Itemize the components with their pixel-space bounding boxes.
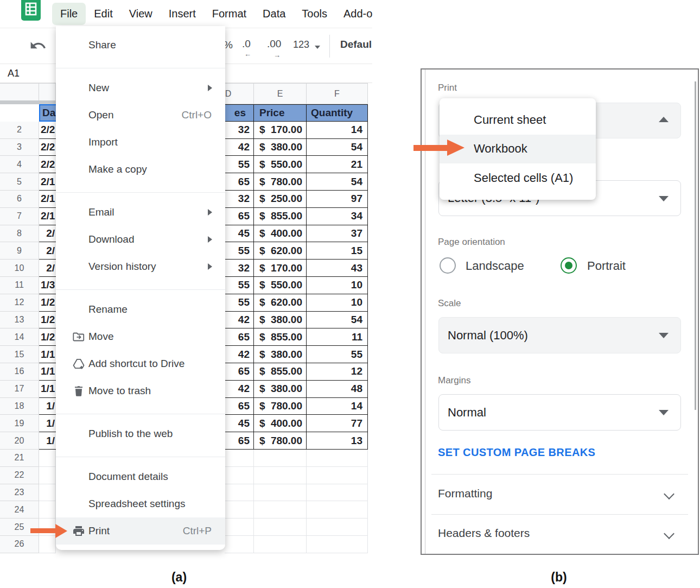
row-header[interactable]: 16	[0, 363, 39, 381]
menubar-item-tools[interactable]: Tools	[294, 3, 335, 25]
cell-quantity[interactable]: 77	[307, 415, 368, 432]
print-scope-option-current-sheet[interactable]: Current sheet	[440, 105, 596, 135]
collapse-icon[interactable]	[659, 117, 669, 122]
empty-cell[interactable]	[254, 501, 307, 519]
font-selector[interactable]: Defaul	[340, 39, 372, 50]
row-header[interactable]: 24	[0, 501, 39, 519]
empty-cell[interactable]	[307, 519, 368, 536]
row-header[interactable]: 20	[0, 432, 39, 450]
menubar-item-add-ons[interactable]: Add-ons	[335, 3, 372, 25]
cell-price[interactable]: $780.00	[254, 173, 307, 191]
cell-price[interactable]: $250.00	[254, 191, 307, 208]
row-header[interactable]: 2	[0, 122, 39, 139]
row-header[interactable]: 8	[0, 225, 39, 243]
empty-cell[interactable]	[307, 536, 368, 553]
cell-price[interactable]: $380.00	[254, 346, 307, 363]
cell-quantity[interactable]: 37	[307, 225, 368, 243]
cell-quantity[interactable]: 48	[307, 381, 368, 398]
empty-cell[interactable]	[39, 519, 56, 536]
set-custom-page-breaks-link[interactable]: SET CUSTOM PAGE BREAKS	[438, 446, 595, 459]
row-header[interactable]: 18	[0, 398, 39, 415]
file-menu-item-spreadsheet-settings[interactable]: Spreadsheet settings	[56, 490, 225, 517]
cell-date[interactable]: 2/1	[39, 191, 56, 208]
cell-quantity[interactable]: 15	[307, 242, 368, 260]
cell-price[interactable]: $780.00	[254, 432, 307, 450]
file-menu-item-move-to-trash[interactable]: Move to trash	[56, 377, 225, 404]
cell-quantity[interactable]: 97	[307, 191, 368, 208]
empty-cell[interactable]	[225, 536, 254, 553]
column-header-f[interactable]: F	[307, 83, 368, 104]
menubar-item-format[interactable]: Format	[204, 3, 254, 25]
cell-date[interactable]: 1/2	[39, 328, 56, 346]
empty-cell[interactable]	[254, 536, 307, 553]
row-header[interactable]: 22	[0, 467, 39, 484]
menubar-item-insert[interactable]: Insert	[161, 3, 204, 25]
sheets-logo-icon[interactable]	[20, 0, 42, 22]
margins-select[interactable]: Normal	[438, 394, 681, 431]
cell-price[interactable]: $380.00	[254, 312, 307, 329]
cell-price[interactable]: $855.00	[254, 208, 307, 225]
empty-cell[interactable]	[254, 519, 307, 536]
scale-select[interactable]: Normal (100%)	[438, 317, 681, 353]
row-header[interactable]: 3	[0, 139, 39, 156]
section-header-headers-footers[interactable]: Headers & footers	[438, 527, 530, 540]
cell-quantity[interactable]: 34	[307, 208, 368, 225]
row-header[interactable]: 10	[0, 260, 39, 277]
cell-price[interactable]: $780.00	[254, 398, 307, 415]
cell-price[interactable]: $380.00	[254, 139, 307, 156]
row-header[interactable]: 6	[0, 191, 39, 208]
cell-price[interactable]: $855.00	[254, 328, 307, 346]
increase-decimal-button[interactable]: .00	[267, 38, 281, 50]
file-menu-item-add-shortcut-to-drive[interactable]: Add shortcut to Drive	[56, 350, 225, 377]
file-menu-item-print[interactable]: PrintCtrl+P	[56, 517, 225, 545]
file-menu-item-open[interactable]: OpenCtrl+O	[56, 102, 225, 129]
cell-price[interactable]: $550.00	[254, 156, 307, 173]
cell-date[interactable]: 1/2	[39, 294, 56, 312]
cell-quantity[interactable]: 11	[307, 328, 368, 346]
empty-cell[interactable]	[39, 484, 56, 502]
column-header-e[interactable]: E	[254, 83, 307, 104]
cell-date[interactable]: 1/1	[39, 363, 56, 381]
cell-date[interactable]: 2/	[39, 260, 56, 277]
cell-date[interactable]: 1/2	[39, 312, 56, 329]
cell-date[interactable]: 2/1	[39, 173, 56, 191]
file-menu-item-document-details[interactable]: Document details	[56, 463, 225, 490]
cell-date[interactable]: 2/2	[39, 122, 56, 139]
cell-quantity[interactable]: 43	[307, 260, 368, 277]
row-header[interactable]: 21	[0, 450, 39, 467]
cell-date[interactable]: 2/2	[39, 139, 56, 156]
cell-quantity[interactable]: 54	[307, 312, 368, 329]
cell-price[interactable]: $855.00	[254, 363, 307, 381]
menubar-item-data[interactable]: Data	[254, 3, 294, 25]
expand-icon[interactable]	[659, 196, 669, 201]
cell-date[interactable]: 2/1	[39, 208, 56, 225]
cell-price[interactable]: $620.00	[254, 242, 307, 260]
row-header[interactable]: 23	[0, 484, 39, 502]
file-menu-item-make-a-copy[interactable]: Make a copy	[56, 156, 225, 183]
cell-quantity[interactable]: 10	[307, 277, 368, 294]
empty-cell[interactable]	[225, 484, 254, 502]
file-menu-item-version-history[interactable]: Version history	[56, 253, 225, 280]
cell-date[interactable]: 1/1	[39, 346, 56, 363]
empty-cell[interactable]	[254, 450, 307, 467]
empty-cell[interactable]	[307, 467, 368, 484]
empty-cell[interactable]	[39, 501, 56, 519]
row-header[interactable]: 5	[0, 173, 39, 191]
file-menu-item-rename[interactable]: Rename	[56, 296, 225, 323]
radio-portrait[interactable]	[561, 257, 577, 274]
expand-icon[interactable]	[659, 333, 669, 338]
menubar-item-view[interactable]: View	[121, 3, 161, 25]
undo-icon[interactable]	[29, 37, 47, 56]
empty-cell[interactable]	[307, 501, 368, 519]
cell-date[interactable]: 1/	[39, 432, 56, 450]
number-format-dropdown-icon[interactable]	[315, 46, 320, 49]
cell-quantity[interactable]: 54	[307, 173, 368, 191]
cell-quantity[interactable]: 14	[307, 122, 368, 139]
file-menu-item-email[interactable]: Email	[56, 199, 225, 226]
radio-landscape[interactable]	[440, 257, 456, 274]
section-header-formatting[interactable]: Formatting	[438, 487, 492, 500]
cell-quantity[interactable]: 13	[307, 432, 368, 450]
cell-price[interactable]: $380.00	[254, 381, 307, 398]
cell-price[interactable]: $170.00	[254, 260, 307, 277]
row-header[interactable]: 25	[0, 519, 39, 536]
